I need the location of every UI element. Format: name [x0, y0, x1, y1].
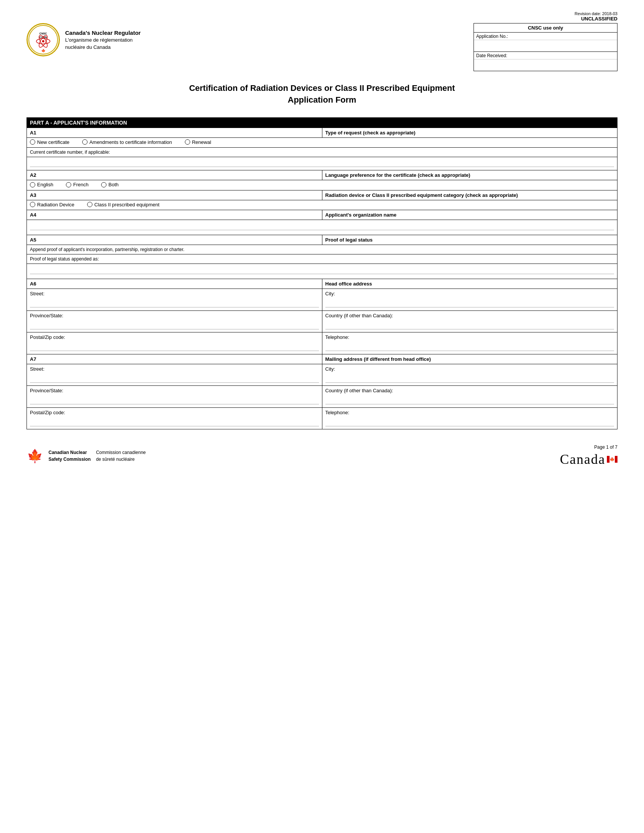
a7-postal-input-cell[interactable]	[27, 416, 322, 429]
cnsc-use-only-box: CNSC use only Application No.: Date Rece…	[473, 23, 617, 71]
a7-telephone-input[interactable]	[325, 418, 615, 426]
a6-row3-label: Postal/Zip code: Telephone:	[27, 333, 617, 341]
a2-label-row: A2 Language preference for the certifica…	[27, 170, 617, 180]
a6-province-input[interactable]	[30, 321, 319, 330]
radio-renewal	[185, 139, 190, 145]
a6-country-input[interactable]	[325, 321, 615, 330]
a7-row1-input	[27, 373, 617, 386]
footer-right: Page 1 of 7 Canada 🍁	[560, 444, 617, 467]
svg-text:🍁: 🍁	[610, 457, 615, 462]
a6-telephone-label: Telephone:	[322, 333, 617, 341]
footer-org-en-line1: Canadian Nuclear	[48, 449, 90, 456]
a1-option-amendments[interactable]: Amendments to certificate information	[82, 139, 172, 145]
a7-city-input[interactable]	[325, 375, 615, 383]
a3-option-class-ii[interactable]: Class II prescribed equipment	[87, 202, 159, 207]
cnsc-logo: CNSC CCSN 🍁	[27, 23, 60, 56]
revision-date: Revision date: 2018-03	[575, 11, 617, 16]
a2-option-french[interactable]: French	[66, 182, 88, 187]
footer-left: 🍁 Canadian Nuclear Safety Commission Com…	[27, 447, 146, 464]
a1-radio-row: New certificate Amendments to certificat…	[27, 137, 617, 148]
svg-text:CNSC: CNSC	[39, 32, 47, 35]
a3-title: Radiation device or Class II prescribed …	[322, 190, 617, 200]
a4-input-cell[interactable]	[27, 220, 617, 235]
a2-option-label-2: French	[73, 182, 88, 187]
footer-maple-leaf-icon: 🍁	[27, 447, 43, 464]
a2-option-label-1: English	[37, 182, 53, 187]
a5-note: Append proof of applicant's incorporatio…	[27, 245, 617, 254]
date-received-label: Date Received:	[474, 52, 617, 60]
svg-point-6	[42, 40, 44, 42]
svg-text:🍁: 🍁	[27, 448, 43, 464]
a1-cert-label-row: Current certificate number, if applicabl…	[27, 148, 617, 157]
footer-org-fr-line2: de sûreté nucléaire	[96, 456, 145, 463]
a5-field-label-row: Proof of legal status appended as:	[27, 254, 617, 264]
date-received-input[interactable]	[474, 60, 617, 71]
a1-cert-input-cell[interactable]	[27, 157, 617, 170]
a7-street-input-cell[interactable]	[27, 373, 322, 386]
a5-label-row: A5 Proof of legal status	[27, 235, 617, 245]
radio-french	[66, 182, 71, 187]
a7-label-row: A7 Mailing address (if different from he…	[27, 354, 617, 364]
a5-input-cell[interactable]	[27, 264, 617, 279]
org-name-fr2: nucléaire du Canada	[65, 44, 140, 51]
a7-country-input[interactable]	[325, 396, 615, 404]
radio-new-certificate	[30, 139, 35, 145]
a6-row2-input	[27, 319, 617, 333]
application-no-input[interactable]	[474, 40, 617, 51]
a1-option-renewal[interactable]: Renewal	[185, 139, 211, 145]
a2-option-both[interactable]: Both	[101, 182, 119, 187]
a7-province-input-cell[interactable]	[27, 394, 322, 407]
a7-street-input[interactable]	[30, 375, 319, 383]
a7-id: A7	[27, 354, 322, 364]
a6-street-input-cell[interactable]	[27, 297, 322, 310]
application-no-field: Application No.:	[474, 32, 617, 52]
a6-row1-label: Street: City:	[27, 289, 617, 298]
radio-class-ii	[87, 202, 92, 207]
a7-row2-label: Province/State: Country (if other than C…	[27, 386, 617, 394]
a7-title: Mailing address (if different from head …	[322, 354, 617, 364]
a6-city-input-cell[interactable]	[322, 297, 617, 310]
part-a-header-row: PART A - APPLICANT'S INFORMATION	[27, 117, 617, 128]
header-section: CNSC CCSN 🍁 Canada's Nuclear Regulator L…	[27, 23, 617, 71]
a6-city-input[interactable]	[325, 299, 615, 307]
a1-option-new-certificate[interactable]: New certificate	[30, 139, 69, 145]
a7-row3-label: Postal/Zip code: Telephone:	[27, 407, 617, 416]
a1-cert-input-row	[27, 157, 617, 170]
a7-telephone-input-cell[interactable]	[322, 416, 617, 429]
a6-id: A6	[27, 279, 322, 289]
a6-label-row: A6 Head office address	[27, 279, 617, 289]
a7-province-input[interactable]	[30, 396, 319, 404]
a7-country-input-cell[interactable]	[322, 394, 617, 407]
logo-text: Canada's Nuclear Regulator L'organisme d…	[65, 29, 140, 50]
a1-options: New certificate Amendments to certificat…	[27, 137, 617, 148]
a4-id: A4	[27, 210, 322, 220]
a6-telephone-input-cell[interactable]	[322, 341, 617, 354]
org-name-input[interactable]	[30, 222, 614, 230]
a7-city-input-cell[interactable]	[322, 373, 617, 386]
footer-org-fr-line1: Commission canadienne	[96, 449, 145, 456]
application-no-label: Application No.:	[474, 32, 617, 40]
part-a-header: PART A - APPLICANT'S INFORMATION	[27, 117, 617, 128]
canada-flag-icon: 🍁	[607, 456, 617, 463]
a6-postal-input[interactable]	[30, 343, 319, 351]
a2-option-english[interactable]: English	[30, 182, 53, 187]
a6-street-input[interactable]	[30, 299, 319, 307]
a6-country-input-cell[interactable]	[322, 319, 617, 333]
a6-telephone-input[interactable]	[325, 343, 615, 351]
org-name-fr1: L'organisme de réglementation	[65, 37, 140, 43]
a6-province-input-cell[interactable]	[27, 319, 322, 333]
a2-radio-row: English French Both	[27, 180, 617, 190]
a7-postal-input[interactable]	[30, 418, 319, 426]
a5-note-row: Append proof of applicant's incorporatio…	[27, 245, 617, 254]
a1-title: Type of request (check as appropriate)	[322, 128, 617, 137]
a6-title: Head office address	[322, 279, 617, 289]
radio-english	[30, 182, 35, 187]
svg-text:🍁: 🍁	[41, 48, 46, 53]
a3-option-label-2: Class II prescribed equipment	[94, 202, 159, 207]
current-cert-number-input[interactable]	[30, 159, 614, 167]
legal-status-input[interactable]	[30, 266, 614, 274]
footer: 🍁 Canadian Nuclear Safety Commission Com…	[27, 441, 617, 467]
a6-postal-input-cell[interactable]	[27, 341, 322, 354]
a3-option-radiation-device[interactable]: Radiation Device	[30, 202, 74, 207]
a5-input-row	[27, 264, 617, 279]
